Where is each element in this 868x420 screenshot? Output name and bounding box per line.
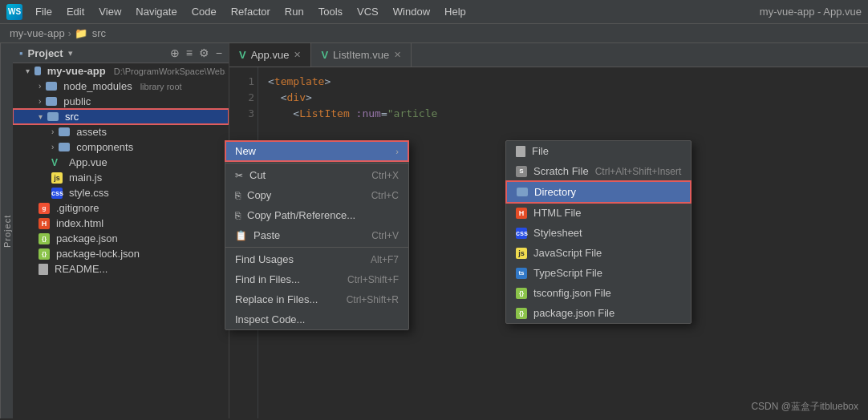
menu-view[interactable]: View — [92, 4, 128, 19]
sidebar-dropdown-arrow[interactable]: ▾ — [68, 48, 73, 59]
submenu-package-json[interactable]: {} package.json File — [506, 303, 691, 323]
sidebar-collapse-icon[interactable]: ≡ — [186, 46, 193, 59]
submenu-directory[interactable]: Directory — [506, 181, 691, 203]
tree-arrow: › — [39, 82, 41, 91]
tree-node-modules[interactable]: › node_modules library root — [13, 79, 229, 94]
tree-public[interactable]: › public — [13, 94, 229, 109]
submenu-ts-file[interactable]: ts TypeScript File — [506, 263, 691, 283]
project-panel-label[interactable]: Project — [0, 43, 13, 418]
menu-navigate[interactable]: Navigate — [129, 4, 183, 19]
scratch-icon: S — [516, 166, 527, 177]
context-new-label: New — [235, 145, 256, 157]
context-inspect-code[interactable]: Inspect Code... — [225, 309, 408, 329]
context-copy[interactable]: ⎘ Copy Ctrl+C — [225, 185, 408, 205]
tree-package-json[interactable]: {} package.json — [13, 231, 229, 246]
context-replace-files[interactable]: Replace in Files... Ctrl+Shift+R — [225, 289, 408, 309]
gitignore-label: .gitignore — [56, 202, 99, 214]
submenu-scratch-file[interactable]: S Scratch File Ctrl+Alt+Shift+Insert — [506, 161, 691, 181]
submenu-directory-label: Directory — [534, 186, 576, 198]
context-divider-1 — [225, 163, 408, 164]
paste-icon: 📋 — [235, 230, 247, 241]
submenu-tsconfig[interactable]: {} tsconfig.json File — [506, 283, 691, 303]
menu-edit[interactable]: Edit — [60, 4, 91, 19]
tab-vue-icon: V — [239, 49, 246, 61]
app-vue-label: App.vue — [69, 156, 107, 168]
tab-listitem-vue-close[interactable]: ✕ — [394, 50, 401, 60]
menu-vcs[interactable]: VCS — [351, 4, 385, 19]
submenu-arrow: › — [395, 147, 399, 156]
submenu[interactable]: File S Scratch File Ctrl+Alt+Shift+Inser… — [505, 140, 692, 324]
tab-app-vue-close[interactable]: ✕ — [294, 50, 301, 60]
menu-run[interactable]: Run — [278, 4, 310, 19]
sidebar-add-icon[interactable]: ⊕ — [170, 46, 180, 59]
breadcrumb: my-vue-app › 📁 src — [0, 24, 868, 43]
vue-icon: V — [51, 157, 63, 168]
code-line-3: <ListItem :num="article — [268, 106, 858, 122]
menu-tools[interactable]: Tools — [312, 4, 349, 19]
context-menu-new[interactable]: New › — [225, 141, 408, 161]
tree-gitignore[interactable]: g .gitignore — [13, 200, 229, 216]
tree-package-lock[interactable]: {} package-lock.json — [13, 246, 229, 261]
tree-style-css[interactable]: css style.css — [13, 185, 229, 200]
context-cut-label: Cut — [249, 169, 266, 181]
tree-app-vue[interactable]: V App.vue — [13, 155, 229, 170]
ts-icon: ts — [516, 268, 527, 279]
tree-arrow-root: ▾ — [26, 67, 30, 75]
tree-main-js[interactable]: js main.js — [13, 170, 229, 185]
context-menu[interactable]: New › ✂ Cut Ctrl+X ⎘ Copy Ctrl+C ⎘ Copy … — [225, 140, 409, 330]
context-find-files[interactable]: Find in Files... Ctrl+Shift+F — [225, 269, 408, 289]
sidebar-title: Project — [28, 47, 63, 59]
submenu-package-json-label: package.json File — [533, 307, 614, 319]
tree-readme[interactable]: README... — [13, 261, 229, 277]
package-json-label: package.json — [56, 232, 118, 244]
app-logo: WS — [6, 4, 22, 20]
menu-window[interactable]: Window — [387, 4, 436, 19]
context-copy-path[interactable]: ⎘ Copy Path/Reference... — [225, 205, 408, 225]
index-html-label: index.html — [56, 217, 103, 229]
json-icon: {} — [39, 248, 50, 260]
sidebar-settings-icon[interactable]: ⚙ — [199, 46, 209, 59]
tab-app-vue[interactable]: V App.vue ✕ — [229, 43, 311, 67]
menu-refactor[interactable]: Refactor — [225, 4, 277, 19]
tree-index-html[interactable]: H index.html — [13, 216, 229, 231]
submenu-ts-label: TypeScript File — [533, 267, 602, 279]
main-js-label: main.js — [69, 172, 102, 184]
root-path: D:\ProgramWorkSpace\WebStorm\20220725\my… — [114, 67, 225, 76]
node-modules-tag: library root — [140, 82, 182, 91]
context-paste[interactable]: 📋 Paste Ctrl+V — [225, 225, 408, 245]
breadcrumb-item-app[interactable]: my-vue-app — [10, 27, 65, 39]
js-icon: js — [516, 248, 527, 259]
menu-code[interactable]: Code — [185, 4, 223, 19]
context-find-usages[interactable]: Find Usages Alt+F7 — [225, 249, 408, 269]
file-icon — [39, 264, 48, 275]
submenu-js-file[interactable]: js JavaScript File — [506, 243, 691, 263]
breadcrumb-folder-icon: 📁 — [75, 27, 87, 39]
breadcrumb-separator: › — [68, 28, 71, 39]
submenu-scratch-shortcut: Ctrl+Alt+Shift+Insert — [595, 166, 682, 177]
submenu-stylesheet[interactable]: css Stylesheet — [506, 223, 691, 243]
editor-tabs: V App.vue ✕ V ListItem.vue ✕ — [229, 43, 868, 67]
context-copy-shortcut: Ctrl+C — [371, 190, 399, 201]
html-icon: H — [39, 218, 50, 229]
tab-listitem-vue[interactable]: V ListItem.vue ✕ — [311, 43, 412, 67]
components-label: components — [76, 141, 133, 153]
sidebar-header: ▪ Project ▾ ⊕ ≡ ⚙ − — [13, 43, 229, 63]
dir-icon — [517, 188, 528, 196]
submenu-file[interactable]: File — [506, 141, 691, 161]
menu-file[interactable]: File — [29, 4, 59, 19]
tree-src[interactable]: ▾ src — [13, 109, 229, 124]
style-css-label: style.css — [69, 187, 109, 199]
node-modules-label: node_modules — [63, 80, 132, 92]
submenu-html-file[interactable]: H HTML File — [506, 203, 691, 223]
menu-help[interactable]: Help — [438, 4, 473, 19]
watermark: CSDN @蓝盒子itbluebox — [751, 400, 858, 414]
tree-arrow: › — [39, 97, 41, 106]
sidebar-minimize-icon[interactable]: − — [216, 46, 222, 59]
tree-root[interactable]: ▾ my-vue-app D:\ProgramWorkSpace\WebStor… — [13, 63, 229, 79]
tree-assets[interactable]: › assets — [13, 124, 229, 139]
context-cut[interactable]: ✂ Cut Ctrl+X — [225, 165, 408, 185]
tree-components[interactable]: › components — [13, 139, 229, 155]
breadcrumb-item-src[interactable]: src — [92, 27, 106, 39]
css-icon: css — [51, 188, 63, 199]
package-lock-label: package-lock.json — [56, 248, 140, 260]
